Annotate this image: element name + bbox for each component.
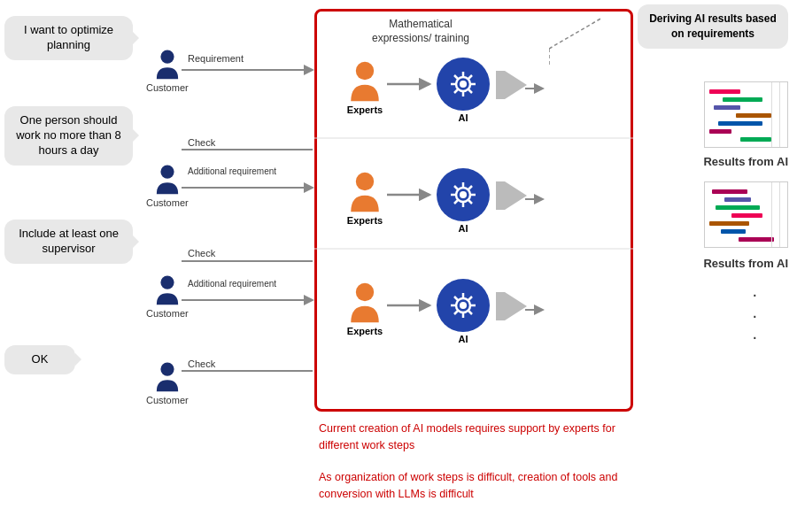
person-icon-1 bbox=[151, 49, 184, 82]
divider-1 bbox=[314, 137, 633, 140]
ai-circle-3: AI bbox=[437, 279, 490, 344]
svg-line-19 bbox=[468, 89, 472, 93]
svg-line-18 bbox=[454, 75, 458, 79]
deriving-connector bbox=[549, 4, 620, 66]
svg-point-26 bbox=[356, 173, 374, 190]
person-icon-4 bbox=[151, 361, 184, 395]
customer-label-1: Customer bbox=[146, 82, 189, 93]
add-req-label-1: Additional requirement bbox=[188, 166, 276, 176]
svg-point-29 bbox=[460, 191, 467, 198]
svg-line-53 bbox=[454, 311, 458, 314]
ai-label-1: AI bbox=[459, 112, 468, 123]
person-icon-2 bbox=[151, 164, 184, 197]
svg-rect-38 bbox=[496, 181, 505, 210]
svg-point-42 bbox=[356, 283, 374, 301]
gantt-chart-2 bbox=[704, 181, 788, 248]
dots: ··· bbox=[752, 283, 757, 347]
bubble-supervisor: Include at least one supervisor bbox=[4, 220, 133, 264]
arrow-exp-ai-2 bbox=[387, 189, 436, 201]
gear-icon-3 bbox=[447, 289, 479, 321]
expert-label-3: Experts bbox=[347, 326, 383, 336]
arrow-check-2 bbox=[182, 255, 319, 267]
customer-label-3: Customer bbox=[146, 308, 189, 319]
arrow-req bbox=[182, 64, 319, 76]
expert-icon-3 bbox=[345, 281, 384, 326]
svg-marker-23 bbox=[505, 71, 527, 99]
results-label-1: Results from AI bbox=[703, 155, 788, 168]
svg-rect-54 bbox=[496, 292, 505, 320]
svg-point-0 bbox=[160, 50, 174, 64]
svg-point-45 bbox=[460, 302, 467, 309]
results-label-2: Results from AI bbox=[703, 257, 788, 270]
funnel-2 bbox=[496, 177, 527, 214]
svg-line-57 bbox=[549, 18, 602, 49]
expert-figure-2: Experts bbox=[345, 171, 384, 226]
ai-circle-1: AI bbox=[437, 58, 490, 123]
svg-line-50 bbox=[454, 297, 458, 300]
svg-point-2 bbox=[160, 276, 174, 289]
svg-marker-55 bbox=[505, 292, 527, 320]
expert-label-1: Experts bbox=[347, 104, 383, 115]
bubble-hours: One person should work no more than 8 ho… bbox=[4, 106, 133, 166]
svg-marker-39 bbox=[505, 181, 527, 210]
svg-line-34 bbox=[454, 186, 458, 189]
connector-3 bbox=[525, 304, 547, 316]
math-label: Mathematical expressions/ training bbox=[368, 18, 474, 45]
expert-figure-1: Experts bbox=[345, 60, 384, 115]
bubble-ok: OK bbox=[4, 345, 75, 374]
customer-label-2: Customer bbox=[146, 197, 189, 208]
gantt-chart-1 bbox=[704, 81, 788, 148]
add-req-label-2: Additional requirement bbox=[188, 279, 276, 289]
bottom-text-2: As organization of work steps is difficu… bbox=[319, 469, 620, 503]
diagram: I want to optimize planning One person s… bbox=[0, 0, 797, 532]
bubble-optimize: I want to optimize planning bbox=[4, 16, 133, 60]
svg-point-13 bbox=[460, 81, 467, 88]
funnel-3 bbox=[496, 288, 527, 325]
funnel-1 bbox=[496, 66, 527, 104]
svg-rect-22 bbox=[496, 71, 505, 99]
bottom-text-1: Current creation of AI models requires s… bbox=[319, 420, 620, 454]
expert-icon-1 bbox=[345, 60, 384, 104]
svg-line-51 bbox=[468, 311, 472, 314]
arrow-exp-ai-1 bbox=[387, 78, 436, 90]
divider-2 bbox=[314, 248, 633, 251]
ai-label-3: AI bbox=[459, 334, 468, 344]
arrow-addreq-1 bbox=[182, 181, 319, 194]
svg-point-10 bbox=[356, 62, 374, 80]
svg-line-36 bbox=[468, 186, 472, 189]
arrow-check-3 bbox=[182, 365, 319, 377]
connector-1 bbox=[525, 82, 547, 95]
svg-line-21 bbox=[454, 89, 458, 93]
arrow-check-1 bbox=[182, 143, 319, 156]
svg-point-1 bbox=[160, 166, 174, 179]
svg-line-37 bbox=[454, 200, 458, 204]
deriving-box: Deriving AI results based on requirement… bbox=[638, 4, 788, 49]
svg-line-35 bbox=[468, 200, 472, 204]
gear-icon-1 bbox=[447, 68, 479, 100]
customer-label-4: Customer bbox=[146, 395, 189, 405]
connector-2 bbox=[525, 193, 547, 205]
expert-icon-2 bbox=[345, 171, 384, 215]
expert-label-2: Experts bbox=[347, 215, 383, 226]
svg-point-3 bbox=[160, 363, 174, 376]
requirement-label: Requirement bbox=[188, 53, 244, 64]
gear-icon-2 bbox=[447, 179, 479, 211]
arrow-exp-ai-3 bbox=[387, 299, 436, 312]
ai-circle-2: AI bbox=[437, 168, 490, 234]
person-icon-3 bbox=[151, 274, 184, 308]
arrow-addreq-2 bbox=[182, 294, 319, 306]
expert-figure-3: Experts bbox=[345, 281, 384, 336]
svg-line-20 bbox=[468, 75, 472, 79]
ai-label-2: AI bbox=[459, 223, 468, 234]
svg-line-52 bbox=[468, 297, 472, 300]
